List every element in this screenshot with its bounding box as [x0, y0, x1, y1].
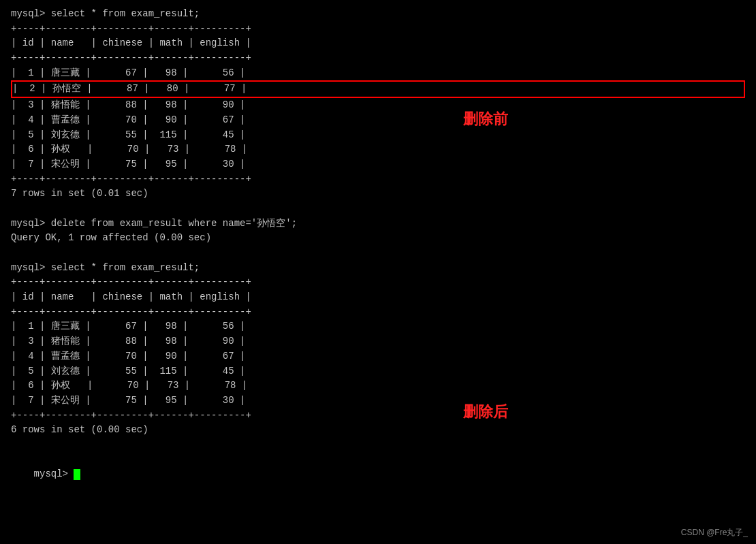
- data-row-2-3: | 4 | 曹孟德 | 70 | 90 | 67 |: [11, 349, 745, 364]
- data-row-2-6: | 7 | 宋公明 | 75 | 95 | 30 |: [11, 394, 745, 409]
- border-top-1: +----+--------+---------+------+--------…: [11, 22, 745, 37]
- border-sep-2: +----+--------+---------+------+--------…: [11, 305, 745, 320]
- border-bottom-1: +----+--------+---------+------+--------…: [11, 172, 745, 187]
- header-row-2: | id | name | chinese | math | english |: [11, 290, 745, 305]
- terminal: mysql> select * from exam_result; +----+…: [0, 0, 756, 504]
- annotation-after: 删除后: [463, 402, 508, 422]
- highlighted-row: | 2 | 孙悟空 | 87 | 80 | 77 |: [11, 80, 745, 98]
- data-row-2-1: | 1 | 唐三藏 | 67 | 98 | 56 |: [11, 319, 745, 334]
- delete-result: Query OK, 1 row affected (0.00 sec): [11, 231, 745, 246]
- border-top-2: +----+--------+---------+------+--------…: [11, 275, 745, 290]
- data-row-2-5: | 6 | 孙权 | 70 | 73 | 78 |: [11, 379, 745, 394]
- empty-line-3: [11, 438, 745, 453]
- rows-count-before: 7 rows in set (0.01 sec): [11, 187, 745, 202]
- data-row-2-4: | 5 | 刘玄德 | 55 | 115 | 45 |: [11, 364, 745, 379]
- empty-line-2: [11, 246, 745, 261]
- header-row-1: | id | name | chinese | math | english |: [11, 36, 745, 51]
- data-row-1-3: | 3 | 猪悟能 | 88 | 98 | 90 |: [11, 98, 745, 113]
- empty-line-1: [11, 202, 745, 217]
- data-row-1-6: | 6 | 孙权 | 70 | 73 | 78 |: [11, 142, 745, 157]
- border-sep-1: +----+--------+---------+------+--------…: [11, 51, 745, 66]
- first-prompt: mysql> select * from exam_result;: [11, 7, 745, 22]
- data-row-1-7: | 7 | 宋公明 | 75 | 95 | 30 |: [11, 157, 745, 172]
- watermark: CSDN @Fre丸子_: [681, 527, 748, 539]
- border-bottom-2: +----+--------+---------+------+--------…: [11, 409, 745, 423]
- data-row-1-4: | 4 | 曹孟德 | 70 | 90 | 67 |: [11, 113, 745, 128]
- rows-count-after: 6 rows in set (0.00 sec): [11, 423, 745, 438]
- final-prompt-line: mysql>: [11, 453, 745, 497]
- data-row-1-1: | 1 | 唐三藏 | 67 | 98 | 56 |: [11, 66, 745, 81]
- annotation-before: 删除前: [463, 109, 508, 129]
- second-prompt: mysql> select * from exam_result;: [11, 261, 745, 276]
- data-row-2-2: | 3 | 猪悟能 | 88 | 98 | 90 |: [11, 334, 745, 349]
- data-row-1-5: | 5 | 刘玄德 | 55 | 115 | 45 |: [11, 128, 745, 143]
- cursor: [74, 469, 80, 480]
- delete-prompt: mysql> delete from exam_result where nam…: [11, 217, 745, 231]
